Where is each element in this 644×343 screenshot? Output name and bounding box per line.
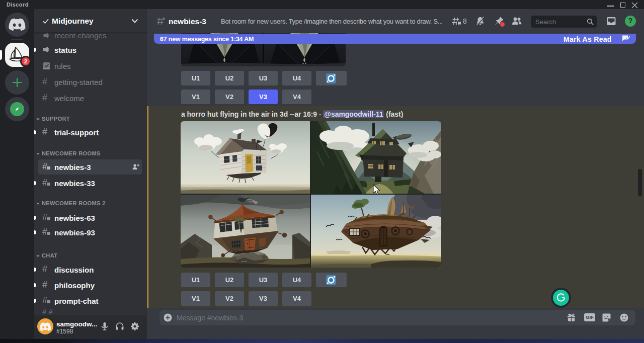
svg-text:# #: # # [42,308,53,315]
